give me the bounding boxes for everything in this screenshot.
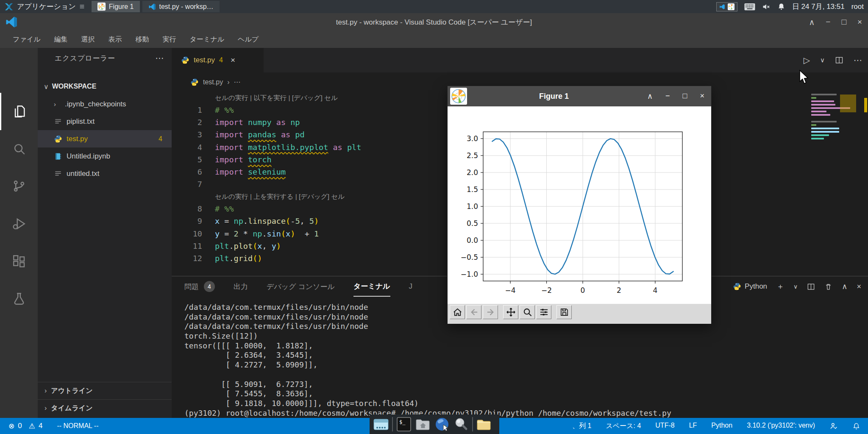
svg-text:1.5: 1.5 bbox=[467, 185, 478, 194]
outline-section[interactable]: ›アウトライン bbox=[38, 382, 172, 399]
search-icon[interactable] bbox=[0, 130, 38, 167]
figure-minimize-button[interactable]: − bbox=[665, 92, 670, 101]
figure-window[interactable]: Figure 1 ∧ − □ × −4−2024−1.0−0.50.00.51.… bbox=[447, 86, 712, 324]
tab-testpy[interactable]: test.py 4 × bbox=[172, 48, 264, 72]
notification-bell-icon[interactable] bbox=[777, 3, 785, 11]
bell-status-icon[interactable] bbox=[852, 422, 860, 430]
plot-zoom-button[interactable] bbox=[520, 305, 535, 319]
explorer-more-icon[interactable]: ⋯ bbox=[156, 53, 164, 63]
editor-more-icon[interactable]: ⋯ bbox=[854, 55, 862, 65]
volume-muted-icon[interactable] bbox=[762, 3, 771, 11]
panel-close-icon[interactable]: × bbox=[857, 282, 861, 291]
workspace-section-header[interactable]: ∨ WORKSPACE bbox=[38, 78, 172, 95]
line-number: 4 bbox=[172, 141, 215, 153]
file-Untitled.ipynb[interactable]: Untitled.ipynb bbox=[38, 147, 172, 165]
plot-back-button[interactable] bbox=[466, 305, 481, 319]
plot-configure-subplots-button[interactable] bbox=[536, 305, 551, 319]
close-window-button[interactable]: × bbox=[857, 17, 862, 27]
panel-tab-ターミナル[interactable]: ターミナル bbox=[353, 276, 390, 297]
tab-close-icon[interactable]: × bbox=[231, 56, 235, 65]
panel-tab-問題[interactable]: 問題4 bbox=[184, 276, 215, 297]
split-editor-icon[interactable] bbox=[835, 56, 843, 64]
shade-window-button[interactable]: ∧ bbox=[809, 17, 815, 27]
breadcrumb-more-icon[interactable]: ⋯ bbox=[234, 78, 240, 86]
applications-menu-label: アプリケーション bbox=[17, 2, 76, 11]
keyboard-icon[interactable] bbox=[744, 3, 755, 11]
menu-表示[interactable]: 表示 bbox=[102, 33, 129, 47]
dock-search-icon[interactable] bbox=[453, 416, 469, 432]
menu-ファイル[interactable]: ファイル bbox=[6, 33, 47, 47]
menu-実行[interactable]: 実行 bbox=[156, 33, 183, 47]
testing-flask-icon[interactable] bbox=[0, 280, 38, 317]
kill-terminal-icon[interactable] bbox=[824, 283, 832, 291]
explorer-activity-icon[interactable] bbox=[0, 93, 38, 130]
taskbar-window-vscode[interactable]: test.py - worksp… bbox=[142, 1, 220, 12]
dock-terminal-icon[interactable]: $_ bbox=[396, 416, 412, 432]
file-test.py[interactable]: test.py4 bbox=[38, 130, 172, 147]
status-item-0[interactable]: 、列 1 bbox=[572, 422, 591, 431]
figure-shade-button[interactable]: ∧ bbox=[647, 92, 653, 101]
problems-status[interactable]: ⊗0 ⚠4 bbox=[8, 422, 42, 431]
plot-forward-button[interactable] bbox=[483, 305, 498, 319]
python-icon bbox=[190, 78, 199, 86]
run-dropdown-icon[interactable]: ∨ bbox=[820, 56, 825, 64]
feedback-icon[interactable] bbox=[829, 422, 838, 430]
file-problem-badge: 4 bbox=[159, 135, 162, 143]
extensions-icon[interactable] bbox=[0, 242, 38, 280]
taskbar-window-figure1[interactable]: Figure 1 bbox=[92, 1, 140, 12]
figure-canvas[interactable]: −4−2024−1.0−0.50.00.51.01.52.02.53.0 bbox=[448, 106, 711, 304]
workspace-label: WORKSPACE bbox=[52, 83, 97, 90]
applications-menu[interactable]: アプリケーション bbox=[0, 0, 89, 13]
run-file-button[interactable]: ▷ bbox=[804, 55, 810, 65]
line-number: 7 bbox=[172, 178, 215, 190]
menu-編集[interactable]: 編集 bbox=[47, 33, 75, 47]
plot-home-button[interactable] bbox=[450, 305, 465, 319]
system-tray[interactable] bbox=[716, 2, 737, 11]
panel-maximize-icon[interactable]: ∧ bbox=[842, 282, 847, 291]
clock[interactable]: 日 24 7月, 13:51 bbox=[792, 2, 845, 11]
plot-pan-button[interactable] bbox=[503, 305, 518, 319]
timeline-section[interactable]: ›タイムライン bbox=[38, 399, 172, 417]
run-debug-icon[interactable] bbox=[0, 205, 38, 242]
source-control-icon[interactable] bbox=[0, 167, 38, 205]
file-piplist.txt[interactable]: piplist.txt bbox=[38, 113, 172, 130]
file-untitled.txt[interactable]: untitled.txt bbox=[38, 165, 172, 182]
figure-titlebar[interactable]: Figure 1 ∧ − □ × bbox=[448, 86, 711, 106]
status-item-2[interactable]: UTF-8 bbox=[655, 422, 674, 431]
minimap[interactable] bbox=[811, 94, 855, 170]
plot-save-button[interactable] bbox=[556, 305, 572, 319]
dock-home-folder-icon[interactable] bbox=[415, 416, 431, 432]
dock-browser-globe-icon[interactable] bbox=[434, 416, 450, 432]
file-name: piplist.txt bbox=[67, 117, 95, 126]
dock-panel-settings-icon[interactable] bbox=[373, 416, 389, 432]
status-item-1[interactable]: スペース: 4 bbox=[606, 422, 641, 431]
menu-bar: ファイル編集選択表示移動実行ターミナルヘルプ bbox=[0, 31, 868, 48]
dock-separator bbox=[472, 417, 473, 431]
tab-problem-badge: 4 bbox=[219, 56, 223, 64]
menu-ヘルプ[interactable]: ヘルプ bbox=[231, 33, 265, 47]
file-.ipynb_checkpoints[interactable]: ›.ipynb_checkpoints bbox=[38, 95, 172, 113]
warning-count: 4 bbox=[39, 422, 42, 430]
figure-maximize-button[interactable]: □ bbox=[683, 92, 687, 101]
terminal-dropdown-icon[interactable]: ∨ bbox=[793, 283, 798, 290]
status-item-5[interactable]: 3.10.2 ('py3102': venv) bbox=[747, 422, 815, 431]
split-terminal-icon[interactable] bbox=[807, 283, 815, 291]
panel-tab-J[interactable]: J bbox=[409, 276, 413, 297]
figure-close-button[interactable]: × bbox=[700, 92, 704, 101]
mouse-cursor bbox=[798, 70, 810, 85]
status-item-4[interactable]: Python bbox=[711, 422, 732, 431]
panel-tab-出力[interactable]: 出力 bbox=[234, 276, 248, 297]
menu-ターミナル[interactable]: ターミナル bbox=[183, 33, 231, 47]
new-terminal-button[interactable]: ＋ bbox=[776, 281, 784, 292]
breadcrumb-file[interactable]: test.py bbox=[203, 78, 223, 86]
status-item-3[interactable]: LF bbox=[689, 422, 697, 431]
menu-移動[interactable]: 移動 bbox=[129, 33, 156, 47]
dock-file-manager-icon[interactable] bbox=[476, 416, 492, 432]
explorer-title: エクスプローラー bbox=[55, 53, 115, 63]
vim-mode-indicator[interactable]: -- NORMAL -- bbox=[57, 422, 98, 430]
menu-選択[interactable]: 選択 bbox=[75, 33, 102, 47]
minimize-window-button[interactable]: − bbox=[826, 17, 830, 27]
panel-tab-デバッグ コンソール[interactable]: デバッグ コンソール bbox=[267, 276, 335, 297]
terminal-shell-label[interactable]: Python bbox=[733, 282, 767, 291]
maximize-window-button[interactable]: □ bbox=[841, 17, 846, 27]
